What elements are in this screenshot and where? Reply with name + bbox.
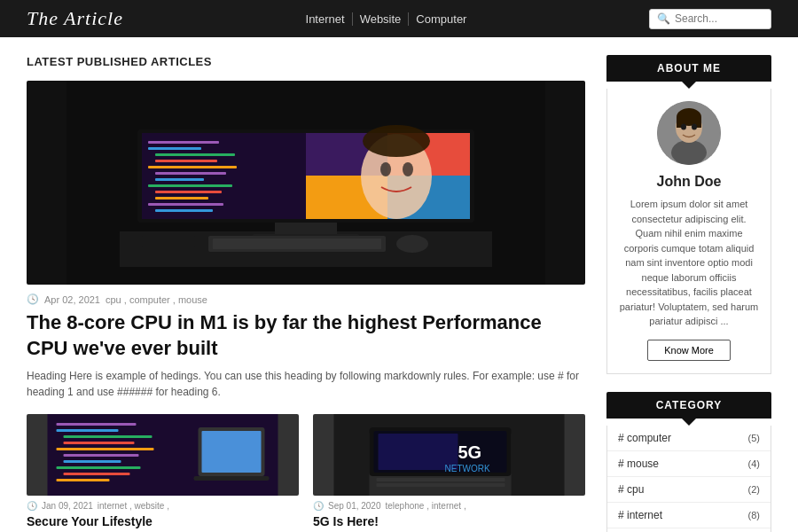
featured-tags: cpu , computer , mouse [106,294,207,305]
featured-description: Heading Here is example of hedings. You … [27,368,585,400]
small-article-1: 🕓 Jan 09, 2021 internet , website , Secu… [27,414,299,532]
category-count-computer: (5) [748,433,760,443]
about-section: ABOUT ME [606,55,771,374]
category-label-computer: # computer [618,432,671,444]
svg-rect-15 [155,191,222,193]
category-item-telephone[interactable]: # telephone (2) [607,528,771,533]
svg-rect-44 [202,431,262,473]
svg-point-26 [403,162,413,176]
about-name: John Doe [618,174,760,190]
svg-rect-17 [148,203,223,206]
category-label-mouse: # mouse [618,458,659,470]
site-logo[interactable]: The Article [27,7,123,30]
svg-rect-29 [213,239,381,249]
small-article-1-tags: internet , website , [98,501,169,511]
category-section: CATEGORY # computer (5) # mouse (4) # cp… [606,392,771,533]
svg-rect-31 [142,236,195,246]
clock-icon-small-1: 🕓 [27,501,37,511]
category-label-cpu: # cpu [618,483,644,496]
content-area: LATEST PUBLISHED ARTICLES [27,55,585,532]
svg-rect-6 [142,133,306,219]
svg-text:NETWORK: NETWORK [445,464,490,473]
small-article-1-meta: 🕓 Jan 09, 2021 internet , website , [27,501,299,511]
small-article-1-title[interactable]: Secure Your Lifestyle [27,514,299,528]
small-article-2-meta: 🕓 Sep 01, 2020 telephone , internet , [313,501,585,511]
svg-rect-34 [57,429,119,432]
svg-rect-37 [57,448,154,450]
search-icon: 🔍 [657,12,670,26]
about-text: Lorem ipsum dolor sit amet consectetur a… [618,197,760,329]
svg-rect-10 [155,160,217,162]
featured-date: Apr 02, 2021 [44,294,100,305]
avatar [657,101,721,165]
category-count-cpu: (2) [748,484,760,495]
small-article-2-tags: telephone , internet , [386,501,466,511]
svg-point-56 [671,140,707,165]
small-articles-grid: 🕓 Jan 09, 2021 internet , website , Secu… [27,414,585,532]
svg-rect-7 [148,141,219,144]
main-nav: Internet Website Computer [299,12,474,26]
svg-rect-39 [64,460,121,463]
small-article-2-image[interactable]: 5G NETWORK [313,414,585,496]
about-arrow [682,82,696,89]
svg-rect-33 [57,423,137,426]
svg-rect-38 [64,454,139,457]
know-more-button[interactable]: Know More [647,340,731,361]
category-count-mouse: (4) [748,458,760,469]
category-item-mouse[interactable]: # mouse (4) [607,451,771,477]
site-header: The Article Internet Website Computer 🔍 [0,0,798,37]
search-bar[interactable]: 🔍 [649,9,771,29]
small-article-1-date: Jan 09, 2021 [42,501,93,511]
small-article-2-title[interactable]: 5G Is Here! [313,514,585,528]
svg-rect-9 [155,153,235,156]
small-article-2: 5G NETWORK 🕓 Sep 01, 2020 telephone , in… [313,414,585,532]
about-body: John Doe Lorem ipsum dolor sit amet cons… [606,89,771,374]
svg-point-62 [692,124,697,130]
svg-rect-16 [155,197,208,200]
category-header: CATEGORY [606,392,771,419]
svg-rect-35 [64,435,153,438]
svg-rect-41 [64,473,130,475]
category-item-internet[interactable]: # internet (8) [607,503,771,528]
svg-rect-18 [155,209,213,212]
svg-rect-36 [64,442,135,444]
small-article-1-image[interactable] [27,414,299,496]
clock-icon-small-2: 🕓 [313,501,324,511]
page-title: LATEST PUBLISHED ARTICLES [27,55,585,68]
svg-rect-45 [194,476,270,481]
nav-website[interactable]: Website [353,12,410,26]
category-arrow [682,419,696,426]
svg-rect-51 [377,478,505,481]
category-item-cpu[interactable]: # cpu (2) [607,477,771,503]
svg-rect-8 [148,147,201,150]
category-count-internet: (8) [748,510,760,520]
nav-internet[interactable]: Internet [299,12,353,26]
category-label-internet: # internet [618,509,662,521]
search-input[interactable] [675,12,763,25]
svg-rect-52 [377,483,505,487]
nav-computer[interactable]: Computer [409,12,473,26]
svg-rect-13 [155,178,204,181]
main-container: LATEST PUBLISHED ARTICLES [0,37,798,532]
svg-rect-11 [148,166,237,168]
svg-rect-42 [57,479,110,481]
svg-rect-14 [148,184,232,187]
svg-rect-12 [155,172,226,175]
featured-title[interactable]: The 8-core CPU in M1 is by far the highe… [27,310,585,361]
small-article-2-date: Sep 01, 2020 [328,501,381,511]
sidebar: ABOUT ME [606,55,771,532]
svg-text:5G: 5G [458,442,482,462]
featured-article-meta: 🕓 Apr 02, 2021 cpu , computer , mouse [27,293,585,305]
clock-icon: 🕓 [27,293,39,305]
svg-point-30 [396,235,428,253]
svg-point-27 [363,125,430,157]
featured-article-image[interactable] [27,81,585,285]
category-item-computer[interactable]: # computer (5) [607,426,771,451]
about-header: ABOUT ME [606,55,771,82]
category-body: # computer (5) # mouse (4) # cpu (2) # i… [606,426,771,533]
svg-point-61 [681,124,686,130]
svg-rect-40 [57,466,141,469]
svg-point-25 [380,162,391,176]
